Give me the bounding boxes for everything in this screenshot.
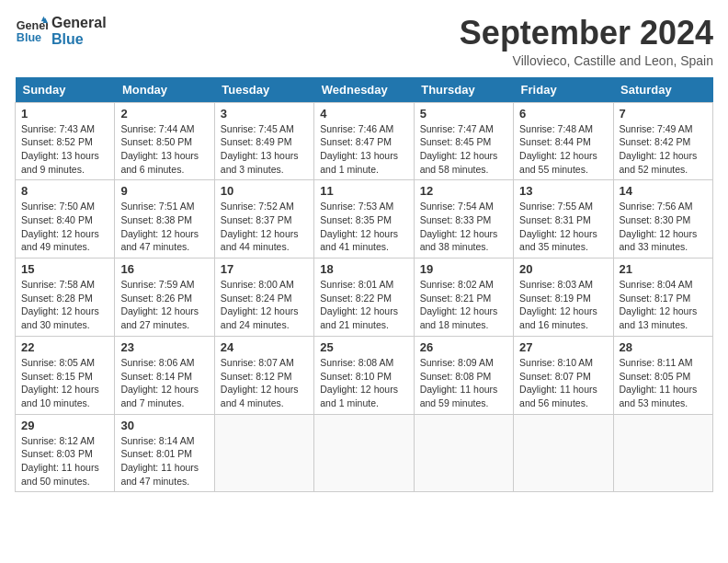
day-content: Sunrise: 8:00 AMSunset: 8:24 PMDaylight:… (221, 278, 308, 332)
day-content: Sunrise: 7:59 AMSunset: 8:26 PMDaylight:… (120, 278, 208, 332)
day-number: 14 (620, 184, 707, 198)
table-row: 19Sunrise: 8:02 AMSunset: 8:21 PMDayligh… (414, 259, 513, 337)
day-content: Sunrise: 7:43 AMSunset: 8:52 PMDaylight:… (21, 122, 108, 177)
col-saturday: Saturday (613, 77, 712, 103)
calendar-week-row: 8Sunrise: 7:50 AMSunset: 8:40 PMDaylight… (16, 180, 713, 259)
table-row: 4Sunrise: 7:46 AMSunset: 8:47 PMDaylight… (314, 102, 414, 180)
day-number: 11 (320, 184, 407, 198)
empty-cell (414, 414, 513, 492)
day-number: 15 (21, 262, 108, 276)
table-row: 15Sunrise: 7:58 AMSunset: 8:28 PMDayligh… (16, 259, 115, 337)
calendar-week-row: 15Sunrise: 7:58 AMSunset: 8:28 PMDayligh… (16, 259, 713, 337)
day-content: Sunrise: 8:05 AMSunset: 8:15 PMDaylight:… (21, 356, 108, 410)
col-friday: Friday (514, 77, 613, 103)
table-row: 21Sunrise: 8:04 AMSunset: 8:17 PMDayligh… (613, 259, 712, 337)
table-row: 16Sunrise: 7:59 AMSunset: 8:26 PMDayligh… (115, 259, 214, 337)
logo-text-general: General (51, 15, 107, 31)
day-content: Sunrise: 7:53 AMSunset: 8:35 PMDaylight:… (320, 200, 407, 254)
day-content: Sunrise: 7:58 AMSunset: 8:28 PMDaylight:… (21, 278, 108, 332)
table-row: 17Sunrise: 8:00 AMSunset: 8:24 PMDayligh… (214, 259, 313, 337)
day-content: Sunrise: 8:12 AMSunset: 8:03 PMDaylight:… (21, 434, 108, 488)
day-number: 5 (420, 107, 507, 121)
table-row: 26Sunrise: 8:09 AMSunset: 8:08 PMDayligh… (414, 336, 513, 414)
empty-cell (214, 414, 313, 492)
day-content: Sunrise: 8:03 AMSunset: 8:19 PMDaylight:… (519, 278, 607, 332)
table-row: 12Sunrise: 7:54 AMSunset: 8:33 PMDayligh… (414, 180, 513, 259)
day-number: 3 (221, 107, 308, 121)
table-row: 27Sunrise: 8:10 AMSunset: 8:07 PMDayligh… (514, 336, 613, 414)
table-row: 28Sunrise: 8:11 AMSunset: 8:05 PMDayligh… (613, 336, 712, 414)
day-content: Sunrise: 8:07 AMSunset: 8:12 PMDaylight:… (221, 356, 308, 410)
day-content: Sunrise: 8:14 AMSunset: 8:01 PMDaylight:… (120, 434, 208, 488)
table-row: 14Sunrise: 7:56 AMSunset: 8:30 PMDayligh… (613, 180, 712, 259)
col-thursday: Thursday (414, 77, 513, 103)
day-content: Sunrise: 8:02 AMSunset: 8:21 PMDaylight:… (420, 278, 507, 332)
day-number: 26 (420, 340, 507, 354)
day-content: Sunrise: 8:11 AMSunset: 8:05 PMDaylight:… (620, 356, 707, 410)
calendar-week-row: 29Sunrise: 8:12 AMSunset: 8:03 PMDayligh… (16, 414, 713, 492)
table-row: 18Sunrise: 8:01 AMSunset: 8:22 PMDayligh… (314, 259, 414, 337)
col-tuesday: Tuesday (214, 77, 313, 103)
header: General Blue General Blue September 2024… (15, 15, 713, 68)
logo-text-blue: Blue (51, 31, 107, 48)
day-number: 21 (620, 262, 707, 276)
title-area: September 2024 Villovieco, Castille and … (460, 15, 713, 68)
day-number: 17 (221, 262, 308, 276)
table-row: 8Sunrise: 7:50 AMSunset: 8:40 PMDaylight… (16, 180, 115, 259)
calendar-week-row: 1Sunrise: 7:43 AMSunset: 8:52 PMDaylight… (16, 102, 713, 180)
day-number: 9 (120, 184, 208, 198)
table-row: 23Sunrise: 8:06 AMSunset: 8:14 PMDayligh… (115, 336, 214, 414)
day-content: Sunrise: 8:10 AMSunset: 8:07 PMDaylight:… (519, 356, 607, 410)
day-number: 8 (21, 184, 108, 198)
month-title: September 2024 (460, 15, 713, 52)
location: Villovieco, Castille and Leon, Spain (460, 53, 713, 68)
day-number: 22 (21, 340, 108, 354)
day-number: 13 (519, 184, 607, 198)
day-number: 18 (320, 262, 407, 276)
day-number: 1 (21, 107, 108, 121)
table-row: 20Sunrise: 8:03 AMSunset: 8:19 PMDayligh… (514, 259, 613, 337)
day-number: 28 (620, 340, 707, 354)
table-row: 5Sunrise: 7:47 AMSunset: 8:45 PMDaylight… (414, 102, 513, 180)
table-row: 1Sunrise: 7:43 AMSunset: 8:52 PMDaylight… (16, 102, 115, 180)
table-row: 30Sunrise: 8:14 AMSunset: 8:01 PMDayligh… (115, 414, 214, 492)
table-row: 13Sunrise: 7:55 AMSunset: 8:31 PMDayligh… (514, 180, 613, 259)
day-content: Sunrise: 7:45 AMSunset: 8:49 PMDaylight:… (221, 122, 308, 177)
day-number: 19 (420, 262, 507, 276)
day-content: Sunrise: 8:09 AMSunset: 8:08 PMDaylight:… (420, 356, 507, 410)
day-content: Sunrise: 7:47 AMSunset: 8:45 PMDaylight:… (420, 122, 507, 177)
day-number: 12 (420, 184, 507, 198)
day-content: Sunrise: 7:55 AMSunset: 8:31 PMDaylight:… (519, 200, 607, 254)
calendar-table: Sunday Monday Tuesday Wednesday Thursday… (15, 77, 713, 493)
table-row: 3Sunrise: 7:45 AMSunset: 8:49 PMDaylight… (214, 102, 313, 180)
table-row: 2Sunrise: 7:44 AMSunset: 8:50 PMDaylight… (115, 102, 214, 180)
day-number: 30 (120, 419, 208, 432)
day-content: Sunrise: 8:08 AMSunset: 8:10 PMDaylight:… (320, 356, 407, 410)
day-content: Sunrise: 7:52 AMSunset: 8:37 PMDaylight:… (221, 200, 308, 254)
col-sunday: Sunday (16, 77, 115, 103)
day-content: Sunrise: 7:48 AMSunset: 8:44 PMDaylight:… (519, 122, 607, 177)
day-number: 27 (519, 340, 607, 354)
empty-cell (314, 414, 414, 492)
day-content: Sunrise: 7:44 AMSunset: 8:50 PMDaylight:… (120, 122, 208, 177)
table-row: 29Sunrise: 8:12 AMSunset: 8:03 PMDayligh… (16, 414, 115, 492)
svg-text:Blue: Blue (17, 31, 41, 44)
day-number: 6 (519, 107, 607, 121)
day-content: Sunrise: 7:46 AMSunset: 8:47 PMDaylight:… (320, 122, 407, 177)
table-row: 25Sunrise: 8:08 AMSunset: 8:10 PMDayligh… (314, 336, 414, 414)
calendar-week-row: 22Sunrise: 8:05 AMSunset: 8:15 PMDayligh… (16, 336, 713, 414)
day-content: Sunrise: 7:56 AMSunset: 8:30 PMDaylight:… (620, 200, 707, 254)
table-row: 11Sunrise: 7:53 AMSunset: 8:35 PMDayligh… (314, 180, 414, 259)
table-row: 22Sunrise: 8:05 AMSunset: 8:15 PMDayligh… (16, 336, 115, 414)
day-number: 23 (120, 340, 208, 354)
logo-icon: General Blue (15, 15, 48, 48)
day-number: 20 (519, 262, 607, 276)
day-content: Sunrise: 7:51 AMSunset: 8:38 PMDaylight:… (120, 200, 208, 254)
day-number: 25 (320, 340, 407, 354)
logo: General Blue General Blue (15, 15, 107, 48)
col-monday: Monday (115, 77, 214, 103)
day-number: 7 (620, 107, 707, 121)
calendar-header-row: Sunday Monday Tuesday Wednesday Thursday… (16, 77, 713, 103)
table-row: 9Sunrise: 7:51 AMSunset: 8:38 PMDaylight… (115, 180, 214, 259)
day-content: Sunrise: 7:49 AMSunset: 8:42 PMDaylight:… (620, 122, 707, 177)
